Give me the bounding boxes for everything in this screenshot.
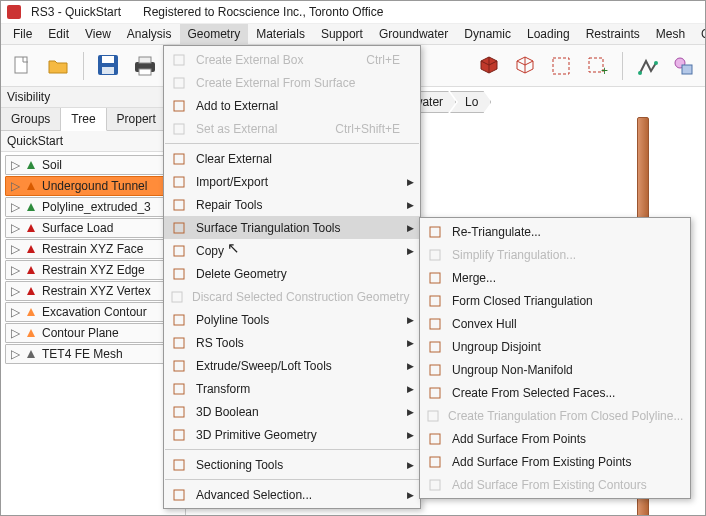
menu-item[interactable]: Surface Triangulation Tools▶ [164, 216, 420, 239]
menu-item[interactable]: Create From Selected Faces... [420, 381, 690, 404]
svg-rect-22 [174, 246, 184, 256]
tree-node[interactable]: ▷Restrain XYZ Face [5, 239, 181, 259]
menu-support[interactable]: Support [313, 24, 371, 44]
menu-item-label: Create From Selected Faces... [452, 386, 670, 400]
menu-loading[interactable]: Loading [519, 24, 578, 44]
expand-icon[interactable]: ▷ [10, 179, 20, 193]
submenu-arrow-icon: ▶ [407, 315, 414, 325]
tree-node[interactable]: ▷Surface Load [5, 218, 181, 238]
menu-item[interactable]: Ungroup Non-Manifold [420, 358, 690, 381]
save-button[interactable] [94, 51, 124, 81]
surface-triangulation-submenu[interactable]: Re-Triangulate...Simplify Triangulation.… [419, 217, 691, 499]
menu-item[interactable]: Delete Geometry [164, 262, 420, 285]
svg-rect-34 [430, 250, 440, 260]
menu-item[interactable]: Re-Triangulate... [420, 220, 690, 243]
tab-tree[interactable]: Tree [61, 108, 106, 131]
menu-item-icon [426, 315, 444, 333]
expand-icon[interactable]: ▷ [10, 158, 20, 172]
tree-node[interactable]: ▷Undergound Tunnel [5, 176, 181, 196]
menu-item[interactable]: Polyline Tools▶ [164, 308, 420, 331]
menu-compute[interactable]: Compute [693, 24, 706, 44]
node-label: Soil [42, 158, 62, 172]
menu-item[interactable]: Copy▶ [164, 239, 420, 262]
node-icon [24, 179, 38, 193]
svg-rect-32 [174, 490, 184, 500]
menu-geometry[interactable]: Geometry [180, 24, 249, 44]
node-label: Restrain XYZ Edge [42, 263, 145, 277]
menu-edit[interactable]: Edit [40, 24, 77, 44]
menu-item[interactable]: 3D Boolean▶ [164, 400, 420, 423]
tool-select-plus-button[interactable]: + [582, 51, 612, 81]
tool-polyline-button[interactable] [633, 51, 663, 81]
menu-item[interactable]: Ungroup Disjoint [420, 335, 690, 358]
svg-rect-28 [174, 384, 184, 394]
tree-node[interactable]: ▷Restrain XYZ Edge [5, 260, 181, 280]
menu-item[interactable]: Repair Tools▶ [164, 193, 420, 216]
menu-item-label: Polyline Tools [196, 313, 400, 327]
menu-item[interactable]: Extrude/Sweep/Loft Tools▶ [164, 354, 420, 377]
submenu-arrow-icon: ▶ [407, 407, 414, 417]
node-icon [24, 284, 38, 298]
crumb[interactable]: Lo [450, 91, 491, 113]
menu-item[interactable]: Transform▶ [164, 377, 420, 400]
tree-node[interactable]: ▷Contour Plane [5, 323, 181, 343]
menu-item[interactable]: Form Closed Triangulation [420, 289, 690, 312]
expand-icon[interactable]: ▷ [10, 263, 20, 277]
menu-groundwater[interactable]: Groundwater [371, 24, 456, 44]
menu-item[interactable]: Add Surface From Points [420, 427, 690, 450]
menu-view[interactable]: View [77, 24, 119, 44]
tool-cube-red-button[interactable] [474, 51, 504, 81]
menu-item[interactable]: Merge... [420, 266, 690, 289]
tree-node[interactable]: ▷Polyline_extruded_3 [5, 197, 181, 217]
expand-icon[interactable]: ▷ [10, 242, 20, 256]
menu-mesh[interactable]: Mesh [648, 24, 693, 44]
submenu-arrow-icon: ▶ [407, 384, 414, 394]
menu-item[interactable]: Import/Export▶ [164, 170, 420, 193]
menu-item-label: Clear External [196, 152, 400, 166]
expand-icon[interactable]: ▷ [10, 347, 20, 361]
geometry-menu[interactable]: Create External BoxCtrl+ECreate External… [163, 45, 421, 509]
expand-icon[interactable]: ▷ [10, 326, 20, 340]
menu-item-icon [170, 403, 188, 421]
menu-restraints[interactable]: Restraints [578, 24, 648, 44]
open-folder-button[interactable] [43, 51, 73, 81]
menu-item[interactable]: RS Tools▶ [164, 331, 420, 354]
menu-item[interactable]: Clear External [164, 147, 420, 170]
menu-item[interactable]: Convex Hull [420, 312, 690, 335]
menu-item[interactable]: Advanced Selection...▶ [164, 483, 420, 506]
tab-propert[interactable]: Propert [107, 108, 167, 130]
svg-rect-6 [139, 69, 151, 75]
menu-item[interactable]: Add Surface From Existing Points [420, 450, 690, 473]
tool-cube-wire-button[interactable] [510, 51, 540, 81]
submenu-arrow-icon: ▶ [407, 430, 414, 440]
menu-analysis[interactable]: Analysis [119, 24, 180, 44]
new-file-button[interactable] [7, 51, 37, 81]
expand-icon[interactable]: ▷ [10, 284, 20, 298]
tool-select-dashed-button[interactable] [546, 51, 576, 81]
menu-dynamic[interactable]: Dynamic [456, 24, 519, 44]
tree-node[interactable]: ▷TET4 FE Mesh [5, 344, 181, 364]
submenu-arrow-icon: ▶ [407, 460, 414, 470]
menu-item[interactable]: Sectioning Tools▶ [164, 453, 420, 476]
menu-materials[interactable]: Materials [248, 24, 313, 44]
svg-rect-26 [174, 338, 184, 348]
node-label: Surface Load [42, 221, 113, 235]
tool-shapes-button[interactable] [669, 51, 699, 81]
tree-node[interactable]: ▷Excavation Contour [5, 302, 181, 322]
expand-icon[interactable]: ▷ [10, 221, 20, 235]
expand-icon[interactable]: ▷ [10, 305, 20, 319]
tree-node[interactable]: ▷Restrain XYZ Vertex [5, 281, 181, 301]
tab-groups[interactable]: Groups [1, 108, 61, 130]
side-tabs[interactable]: GroupsTreePropert [1, 108, 185, 131]
menu-item[interactable]: 3D Primitive Geometry▶ [164, 423, 420, 446]
menu-item-icon [170, 97, 188, 115]
print-button[interactable] [130, 51, 160, 81]
submenu-arrow-icon: ▶ [407, 246, 414, 256]
expand-icon[interactable]: ▷ [10, 200, 20, 214]
tree-view[interactable]: ▷Soil▷Undergound Tunnel▷Polyline_extrude… [1, 152, 185, 515]
tree-node[interactable]: ▷Soil [5, 155, 181, 175]
menu-item[interactable]: Add to External [164, 94, 420, 117]
menu-bar[interactable]: FileEditViewAnalysisGeometryMaterialsSup… [1, 23, 705, 45]
menu-file[interactable]: File [5, 24, 40, 44]
title-bar: RS3 - QuickStart Registered to Rocscienc… [1, 1, 705, 23]
